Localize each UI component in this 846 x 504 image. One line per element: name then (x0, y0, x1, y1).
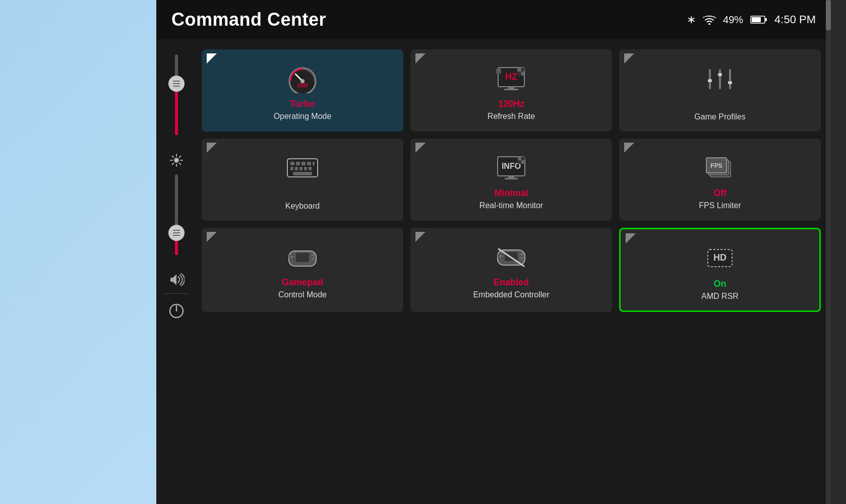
card-corner-refresh-rate (415, 53, 426, 64)
card-corner-game-profiles (624, 53, 634, 64)
fps-limiter-label: FPS Limiter (699, 201, 741, 211)
svg-rect-1 (765, 18, 767, 21)
main-panel: Command Center ∗ 49% 4:50 PM (156, 0, 831, 504)
embedded-controller-label: Embedded Controller (473, 290, 549, 300)
svg-rect-50 (518, 160, 521, 164)
card-control-mode[interactable]: Gamepad Control Mode (202, 228, 403, 312)
card-corner-realtime-monitor (415, 143, 426, 153)
svg-rect-32 (729, 69, 731, 89)
svg-rect-48 (518, 157, 521, 160)
svg-line-9 (179, 163, 181, 165)
svg-rect-44 (309, 167, 312, 170)
bluetooth-icon: ∗ (687, 13, 696, 26)
svg-rect-38 (307, 162, 311, 165)
battery-percent: 49% (723, 14, 743, 26)
content-area: 25W Turbo Operating Mode (156, 39, 831, 504)
svg-rect-41 (295, 167, 298, 170)
card-game-profiles[interactable]: Game Profiles (619, 49, 821, 132)
card-corner-amd-rsr (626, 233, 636, 243)
embedded-controller-icon (493, 242, 529, 272)
svg-point-64 (312, 258, 315, 261)
header-status: ∗ 49% 4:50 PM (687, 13, 816, 26)
operating-mode-label: Operating Mode (274, 111, 332, 122)
refresh-rate-status: 120Hz (498, 99, 524, 109)
brightness-icon (169, 153, 184, 167)
sidebar-divider (164, 293, 189, 294)
svg-rect-45 (293, 172, 312, 175)
card-corner-fps-limiter (624, 143, 634, 153)
svg-rect-43 (304, 167, 307, 170)
card-realtime-monitor[interactable]: INFO Minimal Real-time Monitor (410, 139, 612, 221)
refresh-rate-label: Refresh Rate (488, 111, 535, 122)
right-background (831, 0, 846, 504)
battery-icon (750, 15, 767, 24)
top-slider-track (175, 54, 178, 135)
svg-text:HD: HD (713, 253, 727, 263)
card-corner-keyboard (207, 143, 217, 153)
svg-text:25W: 25W (297, 83, 308, 88)
svg-rect-23 (517, 72, 521, 76)
card-fps-limiter[interactable]: FPS Off FPS Limiter (619, 139, 821, 221)
control-mode-label: Control Mode (278, 290, 327, 300)
game-profiles-label: Game Profiles (694, 112, 745, 122)
svg-rect-22 (521, 68, 524, 72)
grid-area: 25W Turbo Operating Mode (197, 39, 831, 504)
sidebar (156, 39, 197, 504)
time-display: 4:50 PM (774, 13, 816, 26)
game-profiles-icon (702, 64, 738, 94)
svg-point-12 (175, 159, 177, 161)
card-keyboard[interactable]: Keyboard (202, 139, 403, 221)
svg-rect-24 (521, 72, 524, 76)
svg-rect-51 (521, 160, 525, 164)
card-operating-mode[interactable]: 25W Turbo Operating Mode (202, 49, 403, 132)
svg-line-8 (172, 156, 174, 158)
card-grid: 25W Turbo Operating Mode (202, 49, 821, 312)
svg-text:FPS: FPS (710, 162, 722, 169)
card-refresh-rate[interactable]: HZ 120Hz Refresh Rate (410, 49, 612, 132)
card-amd-rsr[interactable]: HD On AMD RSR (619, 228, 821, 312)
svg-line-10 (179, 156, 181, 158)
keyboard-icon (284, 153, 321, 183)
control-mode-status: Gamepad (282, 277, 323, 288)
bottom-slider-track (175, 174, 178, 255)
slider-thumb-icon (173, 81, 180, 87)
embedded-controller-status: Enabled (494, 277, 529, 288)
scrollbar[interactable] (826, 39, 831, 504)
svg-point-63 (312, 254, 315, 257)
fps-limiter-icon: FPS (702, 153, 738, 183)
svg-rect-30 (719, 69, 721, 89)
bottom-slider-thumb[interactable] (168, 225, 185, 241)
operating-mode-status: Turbo (290, 99, 315, 109)
card-embedded-controller[interactable]: Enabled Embedded Controller (410, 228, 612, 312)
svg-rect-20 (496, 69, 501, 74)
header: Command Center ∗ 49% 4:50 PM (156, 0, 831, 39)
svg-point-70 (520, 253, 523, 256)
svg-rect-66 (505, 252, 518, 261)
top-slider-fill (175, 85, 178, 135)
realtime-monitor-icon: INFO (493, 153, 529, 183)
svg-rect-21 (517, 68, 521, 72)
svg-rect-27 (504, 89, 518, 90)
realtime-monitor-status: Minimal (494, 188, 528, 199)
svg-rect-49 (521, 157, 525, 160)
app-title: Command Center (171, 9, 326, 30)
volume-icon (168, 273, 185, 286)
amd-rsr-status: On (714, 279, 727, 289)
bottom-slider-container (175, 174, 178, 270)
card-corner-embedded-controller (415, 232, 426, 242)
fps-limiter-status: Off (713, 188, 727, 199)
card-corner-operating-mode (207, 53, 217, 64)
svg-rect-37 (301, 162, 306, 165)
svg-rect-2 (752, 17, 761, 22)
power-icon[interactable] (168, 303, 185, 319)
svg-rect-39 (313, 162, 315, 165)
slider-thumb-icon-2 (173, 230, 180, 236)
svg-rect-31 (718, 73, 722, 76)
svg-rect-59 (296, 253, 309, 262)
svg-rect-53 (505, 178, 518, 179)
keyboard-label: Keyboard (285, 201, 320, 212)
svg-text:HZ: HZ (505, 72, 517, 82)
top-slider-thumb[interactable] (168, 76, 185, 92)
svg-rect-33 (728, 81, 732, 84)
amd-rsr-icon: HD (702, 243, 738, 274)
